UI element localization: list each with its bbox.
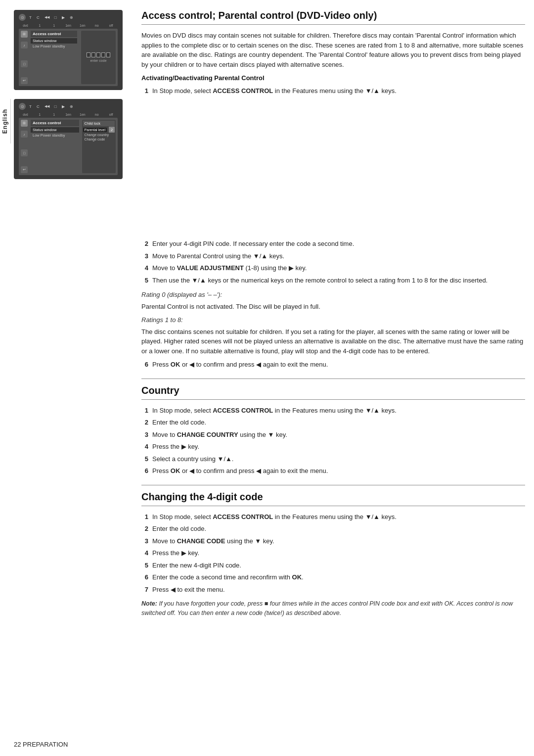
device2-menu-power: Low Power standby [31, 133, 79, 138]
step-2-1: 1 In Stop mode, select ACCESS CONTROL in… [141, 406, 525, 416]
device-screen-1: ⊙ T C ◀◀ □ ▶ ⊕ dvd 1 1 1en 1en no off [14, 10, 123, 90]
rating0-label: Rating 0 (displayed as '– –'): [141, 290, 525, 300]
step-3-2: 2 Enter the old code. [141, 524, 525, 534]
step-2-5: 5 Select a country using ▼/▲. [141, 454, 525, 464]
device-screen-2: ⊙ T C ◀◀ □ ▶ ⊕ dvd 1 1 1en 1en no off [14, 99, 123, 179]
device-access-menu-2: Access control Status window Low Power s… [31, 120, 79, 173]
step-1-5: 5 Then use the ▼/▲ keys or the numerical… [141, 276, 525, 285]
device2-menu-title: Access control [31, 120, 79, 126]
device-menu-title-1: Access control [31, 31, 77, 37]
device2-power-icon: ⊙ [19, 103, 26, 110]
section1-steps: 1 In Stop mode, select ACCESS CONTROL in… [141, 86, 525, 96]
device-submenu-parental: Parental level [83, 128, 107, 132]
device-menu-1: ⊞ ♪ □ ↩ Access control Status window Low… [19, 29, 118, 86]
step-3-1: 1 In Stop mode, select ACCESS CONTROL in… [141, 512, 525, 522]
code-box-5 [106, 52, 110, 57]
code-box-3 [96, 52, 100, 57]
sidebar-language-label: English [0, 99, 11, 143]
device-submenu-title: Child lock [83, 121, 115, 126]
section1-title: Access control; Parental control (DVD-​V… [141, 10, 525, 25]
device2-icon-cd: ⊞ [21, 120, 28, 127]
device-submenu-country: Change country [83, 133, 115, 137]
step-3-6: 6 Enter the code a second time and recon… [141, 572, 525, 582]
step-3-3: 3 Move to CHANGE CODE using the ▼ key. [141, 536, 525, 546]
code-boxes [87, 52, 110, 57]
section1-intro: Movies on DVD discs may contain scenes n… [141, 31, 525, 69]
enter-code-label: enter code [90, 59, 106, 62]
device-menu-power: Low Power standby [31, 44, 77, 49]
step-3-7: 7 Press ◀ to exit the menu. [141, 585, 525, 595]
device-left-icons-2: ⊞ ♪ □ ↩ [21, 120, 29, 173]
device-submenu-childlock: Child lock Parental level 2 Change count… [82, 120, 116, 173]
device2-menu-status: Status window [31, 127, 79, 133]
ratings18-label: Ratings 1 to 8: [141, 315, 525, 325]
device-submenu-code: Change code [83, 137, 115, 142]
section1-steps-2to6: 2 Enter your 4-digit PIN code. If necess… [141, 239, 525, 285]
device-enter-code: enter code [81, 31, 116, 84]
right-column-text: Access control; Parental control (DVD-​V… [141, 10, 525, 622]
section2-title: Country [141, 385, 525, 400]
device-screenshots: ⊙ T C ◀◀ □ ▶ ⊕ dvd 1 1 1en 1en no off [14, 10, 133, 188]
device-menu-status: Status window [31, 38, 77, 44]
section1-step6: 6 Press OK or ◀ to confirm and press ◀ a… [141, 360, 525, 370]
step-2-4: 4 Press the ▶ key. [141, 442, 525, 452]
step-1-3: 3 Move to Parental Control using the ▼/▲… [141, 251, 525, 261]
section2-steps: 1 In Stop mode, select ACCESS CONTROL in… [141, 406, 525, 476]
device-top-bar-1: ⊙ T C ◀◀ □ ▶ ⊕ [17, 13, 120, 22]
step-2-3: 3 Move to CHANGE COUNTRY using the ▼ key… [141, 430, 525, 440]
step-3-4: 4 Press the ▶ key. [141, 548, 525, 558]
device-spacer [141, 100, 525, 239]
device2-icon-back: ↩ [21, 166, 28, 173]
device-access-menu-1: Access control Status window Low Power s… [31, 31, 77, 84]
ratings18-text: The disc contains scenes not suitable fo… [141, 327, 525, 356]
main-content: ⊙ T C ◀◀ □ ▶ ⊕ dvd 1 1 1en 1en no off [14, 0, 534, 756]
step-2-2: 2 Enter the old code. [141, 418, 525, 427]
code-box-1 [87, 52, 90, 57]
device-icon-chat: □ [21, 60, 28, 67]
activating-title: Activating/Deactivating Parental Control [141, 73, 525, 83]
device-power-icon: ⊙ [19, 14, 26, 21]
level-badge: 2 [109, 127, 115, 133]
section3-title: Changing the 4-digit code [141, 491, 525, 506]
device-icon-gap [21, 52, 28, 56]
step-1-2: 2 Enter your 4-digit PIN code. If necess… [141, 239, 525, 249]
page-number: 22 PREPARATION [14, 741, 68, 748]
device-row-labels-2: dvd 1 1 1en 1en no off [17, 112, 120, 117]
device-icon-music: ♪ [21, 42, 28, 48]
step-2-6: 6 Press OK or ◀ to confirm and press ◀ a… [141, 466, 525, 476]
step-1-6: 6 Press OK or ◀ to confirm and press ◀ a… [141, 360, 525, 370]
section3-divider [141, 485, 525, 485]
device2-icon-music: ♪ [21, 131, 28, 138]
code-box-4 [101, 52, 105, 57]
section3-steps: 1 In Stop mode, select ACCESS CONTROL in… [141, 512, 525, 595]
device-left-icons-1: ⊞ ♪ □ ↩ [21, 31, 29, 84]
section2-divider [141, 378, 525, 379]
footer: 22 PREPARATION [14, 741, 525, 748]
device-menu-2: ⊞ ♪ □ ↩ Access control Status window Low… [19, 118, 118, 175]
device-top-bar-2: ⊙ T C ◀◀ □ ▶ ⊕ [17, 102, 120, 111]
step-1-1: 1 In Stop mode, select ACCESS CONTROL in… [141, 86, 525, 96]
step-1-4: 4 Move to VALUE ADJUSTMENT (1-8) using t… [141, 263, 525, 273]
section3-note: Note: If you have forgotten your code, p… [141, 599, 525, 618]
code-box-2 [91, 52, 95, 57]
device-icon-cd: ⊞ [21, 31, 28, 38]
step-3-5: 5 Enter the new 4-digit PIN code. [141, 561, 525, 570]
rating0-text: Parental Control is not activated. The D… [141, 302, 525, 312]
device-icon-back: ↩ [21, 77, 28, 84]
device-row-labels-1: dvd 1 1 1en 1en no off [17, 23, 120, 28]
device2-icon-chat: □ [21, 149, 28, 156]
